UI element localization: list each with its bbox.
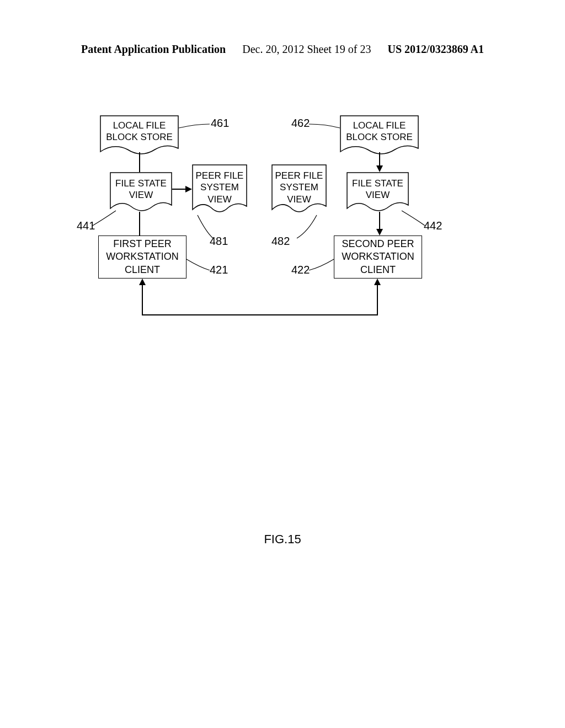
leader-421	[186, 259, 214, 275]
local-file-block-store-left: LOCAL FILE BLOCK STORE	[100, 115, 179, 155]
local-file-block-store-right: LOCAL FILE BLOCK STORE	[340, 115, 419, 155]
ref-422: 422	[291, 264, 310, 276]
ref-482: 482	[271, 235, 290, 248]
ref-462: 462	[291, 117, 310, 130]
connector-right-top	[379, 152, 380, 167]
leader-462	[309, 121, 342, 135]
arrow-bottom-right	[374, 279, 381, 285]
header-date-sheet: Dec. 20, 2012 Sheet 19 of 23	[242, 43, 371, 56]
connector-right-mid	[379, 212, 380, 230]
leader-482	[297, 215, 319, 242]
peer-file-system-view-left: PEER FILE SYSTEM VIEW	[192, 164, 247, 213]
connector-bottom-left-vert	[142, 285, 143, 315]
header-patent-number: US 2012/0323869 A1	[388, 43, 484, 56]
first-peer-workstation-client: FIRST PEER WORKSTATION CLIENT	[98, 235, 186, 279]
arrow-right-top	[376, 165, 383, 172]
connector-fsv-to-peer	[172, 189, 186, 190]
connector-left-top	[139, 152, 140, 172]
leader-441	[93, 211, 120, 229]
file-state-view-left: FILE STATE VIEW	[110, 172, 172, 212]
leader-442	[402, 211, 429, 229]
peer-file-system-view-right: PEER FILE SYSTEM VIEW	[271, 164, 327, 213]
connector-bottom-horiz	[142, 314, 378, 315]
leader-481	[198, 215, 220, 242]
connector-left-mid	[139, 212, 140, 235]
diagram: LOCAL FILE BLOCK STORE LOCAL FILE BLOCK …	[0, 105, 565, 325]
arrow-fsv-to-peer	[185, 186, 192, 192]
connector-bottom-right-vert	[377, 285, 378, 315]
figure-label: FIG.15	[0, 532, 565, 547]
arrow-right-mid	[376, 229, 383, 235]
file-state-view-right: FILE STATE VIEW	[347, 172, 409, 212]
ref-461: 461	[211, 117, 229, 130]
arrow-bottom-left	[139, 279, 146, 285]
header-publication: Patent Application Publication	[81, 43, 226, 56]
leader-461	[179, 121, 212, 135]
leader-422	[309, 259, 337, 275]
second-peer-workstation-client: SECOND PEER WORKSTATION CLIENT	[334, 235, 422, 279]
